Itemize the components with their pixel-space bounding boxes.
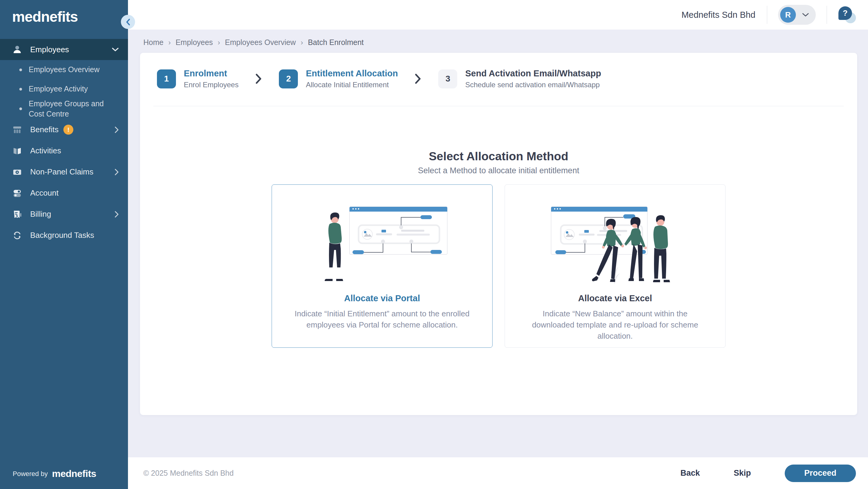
step-title: Enrolment xyxy=(184,68,239,79)
help-button[interactable]: ? xyxy=(838,6,856,23)
sidebar-item-background-tasks[interactable]: Background Tasks xyxy=(0,225,128,246)
step-subtitle: Schedule send activation email/Whatsapp xyxy=(465,81,601,89)
breadcrumb-employees-overview[interactable]: Employees Overview xyxy=(225,38,296,47)
breadcrumb-separator: › xyxy=(168,38,171,47)
mednefits-footer-logo: mednefits xyxy=(52,468,96,479)
chevron-right-icon xyxy=(114,126,119,133)
user-icon xyxy=(12,44,22,55)
breadcrumb-separator: › xyxy=(301,38,303,47)
allocation-method-cards: Allocate via Portal Indicate “Initial En… xyxy=(140,184,857,348)
sidebar-subitem-label: Employees Overview xyxy=(29,65,100,75)
step-2-entitlement-allocation[interactable]: 2 Entitlement Allocation Allocate Initia… xyxy=(279,68,398,89)
powered-by: Powered by mednefits xyxy=(0,468,128,479)
sidebar-item-label: Background Tasks xyxy=(30,231,94,240)
invoice-icon: $ xyxy=(12,209,22,219)
back-button[interactable]: Back xyxy=(680,468,700,478)
breadcrumb-separator: › xyxy=(218,38,220,47)
content-area: Home › Employees › Employees Overview › … xyxy=(128,30,868,457)
batch-enrolment-panel: 1 Enrolment Enrol Employees 2 Entitlemen… xyxy=(140,53,857,415)
main-area: Mednefits Sdn Bhd R ? Home › Employees ›… xyxy=(128,0,868,489)
step-number: 3 xyxy=(438,69,457,88)
card-description: Indicate “Initial Entitlement” amount to… xyxy=(288,308,476,331)
step-text: Enrolment Enrol Employees xyxy=(184,68,239,89)
bullet-icon xyxy=(19,108,22,110)
sidebar-subitem-label: Employee Activity xyxy=(29,84,88,94)
sidebar-item-label: Account xyxy=(30,188,59,198)
sidebar-item-employees[interactable]: Employees xyxy=(0,39,128,60)
step-1-enrolment[interactable]: 1 Enrolment Enrol Employees xyxy=(157,68,239,89)
sidebar-item-billing[interactable]: $ Billing xyxy=(0,204,128,225)
step-3-send-activation: 3 Send Activation Email/Whatsapp Schedul… xyxy=(438,68,601,89)
columns-icon xyxy=(12,125,22,135)
toggles-icon xyxy=(12,188,22,198)
sidebar-subitem-label: Employee Groups and Cost Centre xyxy=(29,99,119,119)
sidebar-item-label: Billing xyxy=(30,210,51,219)
breadcrumb-employees[interactable]: Employees xyxy=(176,38,213,47)
sidebar-item-employee-groups-cost-centre[interactable]: Employee Groups and Cost Centre xyxy=(0,99,128,119)
header-divider xyxy=(827,6,827,24)
step-title: Entitlement Allocation xyxy=(306,68,398,79)
breadcrumb: Home › Employees › Employees Overview › … xyxy=(143,38,868,47)
sidebar-item-employees-overview[interactable]: Employees Overview xyxy=(0,60,128,80)
claims-card-icon xyxy=(12,167,22,177)
chevron-right-icon xyxy=(415,73,421,84)
chevron-left-icon xyxy=(126,19,130,26)
company-name: Mednefits Sdn Bhd xyxy=(681,10,755,20)
sidebar-item-account[interactable]: Account xyxy=(0,183,128,204)
step-subtitle: Enrol Employees xyxy=(184,81,239,89)
sidebar-item-label: Non-Panel Claims xyxy=(30,167,94,177)
portal-illustration xyxy=(316,198,448,289)
question-mark-icon: ? xyxy=(838,6,852,20)
sidebar-item-label: Benefits xyxy=(30,125,59,134)
step-text: Send Activation Email/Whatsapp Schedule … xyxy=(465,68,601,89)
step-number: 1 xyxy=(157,69,176,88)
sidebar-item-non-panel-claims[interactable]: Non-Panel Claims xyxy=(0,161,128,183)
excel-illustration xyxy=(549,198,681,289)
page-title: Select Allocation Method xyxy=(140,150,857,163)
card-title: Allocate via Portal xyxy=(344,294,420,303)
chevron-down-icon xyxy=(802,13,809,17)
skip-button[interactable]: Skip xyxy=(734,468,751,478)
sidebar-item-employee-activity[interactable]: Employee Activity xyxy=(0,80,128,99)
breadcrumb-home[interactable]: Home xyxy=(143,38,163,47)
step-subtitle: Allocate Initial Entitlement xyxy=(306,81,398,89)
bullet-icon xyxy=(19,68,22,71)
sidebar-item-label: Employees xyxy=(30,45,69,54)
step-number: 2 xyxy=(279,69,298,88)
card-title: Allocate via Excel xyxy=(578,294,652,303)
step-title: Send Activation Email/Whatsapp xyxy=(465,68,601,79)
stepper: 1 Enrolment Enrol Employees 2 Entitlemen… xyxy=(140,68,857,89)
user-menu-button[interactable]: R xyxy=(778,5,816,25)
mednefits-logo: mednefits xyxy=(12,8,128,25)
sync-icon xyxy=(12,230,22,241)
app-root: mednefits Employees Employees Overview E… xyxy=(0,0,868,489)
book-icon xyxy=(12,146,22,156)
allocate-via-portal-card[interactable]: Allocate via Portal Indicate “Initial En… xyxy=(272,184,493,348)
avatar: R xyxy=(780,7,796,23)
powered-by-label: Powered by xyxy=(13,470,48,478)
header-divider xyxy=(767,6,767,24)
stepper-divider xyxy=(153,106,844,106)
step-text: Entitlement Allocation Allocate Initial … xyxy=(306,68,398,89)
allocate-via-excel-card[interactable]: Allocate via Excel Indicate “New Balance… xyxy=(505,184,725,348)
benefits-alert-badge: ! xyxy=(63,125,73,134)
sidebar-collapse-button[interactable] xyxy=(121,15,135,29)
proceed-button[interactable]: Proceed xyxy=(785,464,856,482)
chevron-right-icon xyxy=(114,169,119,176)
bullet-icon xyxy=(19,88,22,91)
sidebar-item-activities[interactable]: Activities xyxy=(0,140,128,161)
svg-text:$: $ xyxy=(16,214,18,218)
sidebar-item-label: Activities xyxy=(30,146,61,155)
sidebar-item-benefits[interactable]: Benefits ! xyxy=(0,119,128,140)
chevron-right-icon xyxy=(114,211,119,218)
sidebar: mednefits Employees Employees Overview E… xyxy=(0,0,128,489)
breadcrumb-batch-enrolment: Batch Enrolment xyxy=(308,38,364,47)
top-header: Mednefits Sdn Bhd R ? xyxy=(128,0,868,30)
card-description: Indicate “New Balance” amount within the… xyxy=(522,308,709,342)
footer-bar: © 2025 Mednefits Sdn Bhd Back Skip Proce… xyxy=(128,457,868,489)
copyright-text: © 2025 Mednefits Sdn Bhd xyxy=(143,469,234,478)
chevron-right-icon xyxy=(255,73,262,84)
page-subtitle: Select a Method to allocate initial enti… xyxy=(140,166,857,175)
chevron-down-icon xyxy=(112,48,119,52)
sidebar-nav: Employees Employees Overview Employee Ac… xyxy=(0,39,128,246)
